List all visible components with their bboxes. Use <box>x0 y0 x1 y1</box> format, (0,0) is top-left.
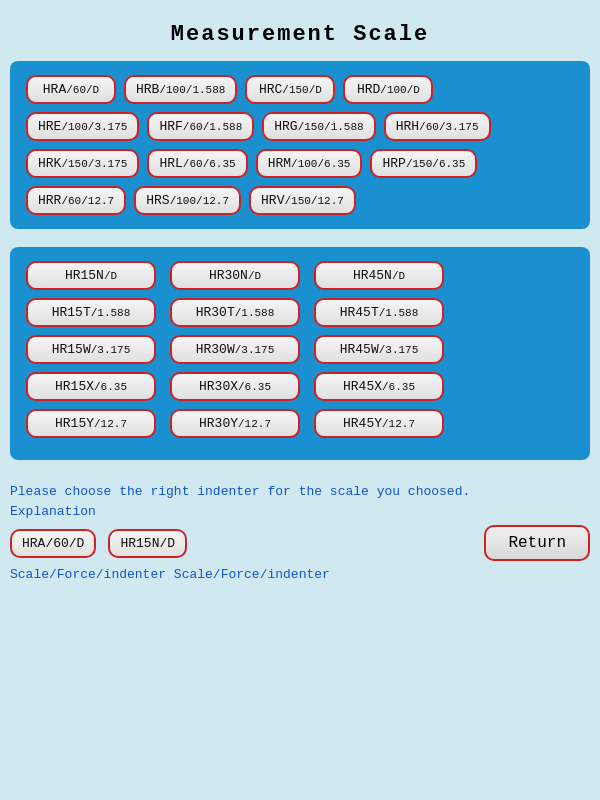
scale-btn-HRE-100-3.175[interactable]: HRE/100/3.175 <box>26 112 139 141</box>
scale-btn-HRD-100-D[interactable]: HRD/100/D <box>343 75 433 104</box>
scale-btn-HR15N-D[interactable]: HR15N/D <box>26 261 156 290</box>
scale-btn-HRG-150-1.588[interactable]: HRG/150/1.588 <box>262 112 375 141</box>
footer-text: Scale/Force/indenter Scale/Force/indente… <box>10 567 590 582</box>
bottom-area: Please choose the right indenter for the… <box>10 478 590 582</box>
scale-btn-HRV-150-12.7[interactable]: HRV/150/12.7 <box>249 186 356 215</box>
page-title: Measurement Scale <box>10 22 590 47</box>
scale-btn-HR45X-6.35[interactable]: HR45X/6.35 <box>314 372 444 401</box>
scale-btn-HRB-100-1.588[interactable]: HRB/100/1.588 <box>124 75 237 104</box>
scale-btn-HR15X-6.35[interactable]: HR15X/6.35 <box>26 372 156 401</box>
scale-btn-HR30T-1.588[interactable]: HR30T/1.588 <box>170 298 300 327</box>
scale-btn-HRC-150-D[interactable]: HRC/150/D <box>245 75 335 104</box>
scale-btn-HR30X-6.35[interactable]: HR30X/6.35 <box>170 372 300 401</box>
selected-indenter-btn[interactable]: HR15N/D <box>108 529 187 558</box>
scale-btn-HRF-60-1.588[interactable]: HRF/60/1.588 <box>147 112 254 141</box>
scale-btn-HR45W-3.175[interactable]: HR45W/3.175 <box>314 335 444 364</box>
bottom-row: HRA/60/D HR15N/D Return <box>10 525 590 561</box>
scale-btn-HRK-150-3.175[interactable]: HRK/150/3.175 <box>26 149 139 178</box>
scale-btn-HR30Y-12.7[interactable]: HR30Y/12.7 <box>170 409 300 438</box>
scale-btn-HR15W-3.175[interactable]: HR15W/3.175 <box>26 335 156 364</box>
scale-btn-HR45N-D[interactable]: HR45N/D <box>314 261 444 290</box>
scale-btn-HRP-150-6.35[interactable]: HRP/150/6.35 <box>370 149 477 178</box>
selected-scale-btn[interactable]: HRA/60/D <box>10 529 96 558</box>
info-text: Please choose the right indenter for the… <box>10 482 590 521</box>
scale-btn-HR15T-1.588[interactable]: HR15T/1.588 <box>26 298 156 327</box>
scale-btn-HR15Y-12.7[interactable]: HR15Y/12.7 <box>26 409 156 438</box>
scale-btn-HR30N-D[interactable]: HR30N/D <box>170 261 300 290</box>
section1-panel: HRA/60/DHRB/100/1.588HRC/150/DHRD/100/DH… <box>10 61 590 229</box>
scale-btn-HRL-60-6.35[interactable]: HRL/60/6.35 <box>147 149 247 178</box>
scale-btn-HRR-60-12.7[interactable]: HRR/60/12.7 <box>26 186 126 215</box>
return-button[interactable]: Return <box>484 525 590 561</box>
scale-btn-HR45Y-12.7[interactable]: HR45Y/12.7 <box>314 409 444 438</box>
scale-btn-HRA-60-D[interactable]: HRA/60/D <box>26 75 116 104</box>
scale-btn-HRM-100-6.35[interactable]: HRM/100/6.35 <box>256 149 363 178</box>
section2-panel: HR15N/DHR30N/DHR45N/DHR15T/1.588HR30T/1.… <box>10 247 590 460</box>
scale-btn-HRS-100-12.7[interactable]: HRS/100/12.7 <box>134 186 241 215</box>
scale-btn-HR30W-3.175[interactable]: HR30W/3.175 <box>170 335 300 364</box>
scale-btn-HR45T-1.588[interactable]: HR45T/1.588 <box>314 298 444 327</box>
scale-btn-HRH-60-3.175[interactable]: HRH/60/3.175 <box>384 112 491 141</box>
